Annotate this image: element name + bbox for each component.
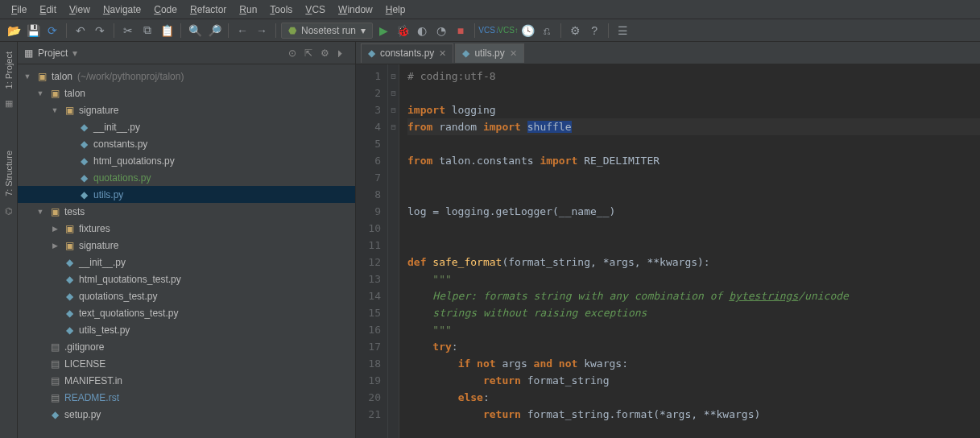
menu-tools[interactable]: Tools: [263, 2, 299, 18]
close-tab-icon[interactable]: ✕: [510, 48, 517, 59]
menu-refactor[interactable]: Refactor: [184, 2, 233, 18]
sync-icon[interactable]: ⟳: [43, 22, 61, 39]
code-editor[interactable]: 123456789101112131415161718192021 ⊟⊟⊟⊟ #…: [356, 64, 980, 438]
run-icon[interactable]: ▶: [374, 22, 392, 39]
tree-row[interactable]: ▶▣signature: [18, 237, 355, 254]
code-line[interactable]: Helper: formats string with any combinat…: [407, 287, 980, 304]
tree-row[interactable]: ◆quotations_test.py: [18, 287, 355, 304]
code-line[interactable]: log = logging.getLogger(__name__): [407, 203, 980, 220]
tree-row[interactable]: ▤.gitignore: [18, 338, 355, 355]
tree-row[interactable]: ▼▣tests: [18, 203, 355, 220]
hide-panel-icon[interactable]: ⏵: [333, 48, 349, 59]
code-line[interactable]: [407, 169, 980, 186]
code-line[interactable]: try:: [407, 338, 980, 355]
tree-row[interactable]: ◆setup.py: [18, 406, 355, 423]
expand-arrow-icon[interactable]: ▼: [35, 89, 45, 97]
tree-row[interactable]: ◆html_quotations_test.py: [18, 271, 355, 287]
coverage-icon[interactable]: ◐: [413, 22, 431, 39]
menu-window[interactable]: Window: [332, 2, 379, 18]
tree-row[interactable]: ◆constants.py: [18, 135, 355, 152]
separator: [275, 23, 276, 38]
collapse-arrow-icon[interactable]: ▶: [50, 242, 60, 250]
tree-row[interactable]: ▼▣signature: [18, 101, 355, 118]
code-line[interactable]: """: [407, 321, 980, 338]
tree-row[interactable]: ◆html_quotations.py: [18, 152, 355, 169]
tree-row[interactable]: ◆__init__.py: [18, 254, 355, 271]
vcs-history-icon[interactable]: 🕓: [519, 22, 536, 39]
tree-row[interactable]: ▤LICENSE: [18, 355, 355, 372]
collapse-arrow-icon[interactable]: ▶: [50, 225, 60, 233]
menu-vcs[interactable]: VCS: [299, 2, 332, 18]
code-line[interactable]: [407, 186, 980, 203]
save-all-icon[interactable]: 💾: [24, 22, 42, 39]
menu-help[interactable]: Help: [379, 2, 412, 18]
menu-file[interactable]: File: [5, 2, 33, 18]
open-icon[interactable]: 📂: [5, 22, 23, 39]
code-line[interactable]: """: [407, 271, 980, 287]
tree-row[interactable]: ◆__init__.py: [18, 118, 355, 135]
profile-icon[interactable]: ◔: [432, 22, 450, 39]
code-line[interactable]: [407, 237, 980, 254]
code-content[interactable]: # coding:utf-8 import loggingfrom random…: [399, 64, 980, 438]
debug-icon[interactable]: 🐞: [394, 22, 411, 39]
tree-row[interactable]: ▤MANIFEST.in: [18, 372, 355, 389]
forward-icon[interactable]: →: [253, 22, 271, 39]
code-line[interactable]: from talon.constants import RE_DELIMITER: [407, 152, 980, 169]
menu-edit[interactable]: Edit: [33, 2, 63, 18]
structure-popup-icon[interactable]: ☰: [614, 22, 631, 39]
project-tree[interactable]: ▼ ▣ talon (~/work/pythonproj/talon) ▼▣ta…: [18, 64, 355, 438]
expand-arrow-icon[interactable]: ▼: [50, 106, 60, 114]
undo-icon[interactable]: ↶: [72, 22, 89, 39]
code-line[interactable]: # coding:utf-8: [407, 68, 980, 85]
tree-row[interactable]: ◆utils_test.py: [18, 321, 355, 338]
structure-tool-button[interactable]: 7: Structure: [4, 151, 14, 196]
menu-view[interactable]: View: [63, 2, 97, 18]
code-line[interactable]: [407, 85, 980, 101]
project-tree-root[interactable]: ▼ ▣ talon (~/work/pythonproj/talon): [18, 68, 355, 85]
back-icon[interactable]: ←: [234, 22, 251, 39]
stop-icon[interactable]: ■: [452, 22, 469, 39]
scroll-from-source-icon[interactable]: ⊙: [284, 48, 300, 59]
menu-navigate[interactable]: Navigate: [97, 2, 147, 18]
project-view-dropdown-icon[interactable]: ▾: [72, 48, 77, 59]
tree-row[interactable]: ◆utils.py: [18, 186, 355, 203]
run-config-selector[interactable]: ⬣ Nosetest run ▾: [281, 23, 373, 39]
tree-row[interactable]: ◆text_quotations_test.py: [18, 304, 355, 321]
collapse-all-icon[interactable]: ⇱: [300, 48, 316, 59]
tree-row[interactable]: ▤README.rst: [18, 389, 355, 406]
settings-icon[interactable]: ⚙: [566, 22, 584, 39]
code-line[interactable]: if not args and not kwargs:: [407, 355, 980, 372]
menu-run[interactable]: Run: [233, 2, 263, 18]
code-line[interactable]: import logging: [407, 101, 980, 118]
code-line[interactable]: from random import shuffle: [407, 118, 980, 135]
code-line[interactable]: [407, 220, 980, 237]
tree-row[interactable]: ◆quotations.py: [18, 169, 355, 186]
code-line[interactable]: return format_string: [407, 372, 980, 389]
code-line[interactable]: strings without raising exceptions: [407, 304, 980, 321]
replace-icon[interactable]: 🔎: [205, 22, 223, 39]
close-tab-icon[interactable]: ✕: [439, 48, 446, 59]
paste-icon[interactable]: 📋: [158, 22, 176, 39]
expand-arrow-icon[interactable]: ▼: [35, 208, 45, 216]
panel-settings-icon[interactable]: ⚙: [316, 48, 333, 59]
tree-row[interactable]: ▼▣talon: [18, 85, 355, 101]
vcs-revert-icon[interactable]: ⎌: [538, 22, 556, 39]
help-icon[interactable]: ?: [585, 22, 603, 39]
code-line[interactable]: return format_string.format(*args, **kwa…: [407, 406, 980, 423]
editor-tab[interactable]: ◆constants.py✕: [361, 43, 453, 63]
copy-icon[interactable]: ⧉: [139, 22, 156, 39]
vcs-commit-icon[interactable]: VCS↑: [499, 22, 517, 39]
editor-tab[interactable]: ◆utils.py✕: [455, 43, 523, 63]
code-line[interactable]: else:: [407, 389, 980, 406]
tree-row[interactable]: ▶▣fixtures: [18, 220, 355, 237]
code-line[interactable]: [407, 135, 980, 152]
project-tool-button[interactable]: 1: Project: [4, 52, 14, 89]
cut-icon[interactable]: ✂: [119, 22, 137, 39]
redo-icon[interactable]: ↷: [91, 22, 109, 39]
menu-code[interactable]: Code: [147, 2, 184, 18]
code-line[interactable]: def safe_format(format_string, *args, **…: [407, 254, 980, 271]
fold-gutter[interactable]: ⊟⊟⊟⊟: [388, 64, 399, 438]
vcs-update-icon[interactable]: VCS↓: [480, 22, 498, 39]
expand-arrow-icon[interactable]: ▼: [23, 72, 32, 81]
find-icon[interactable]: 🔍: [186, 22, 204, 39]
